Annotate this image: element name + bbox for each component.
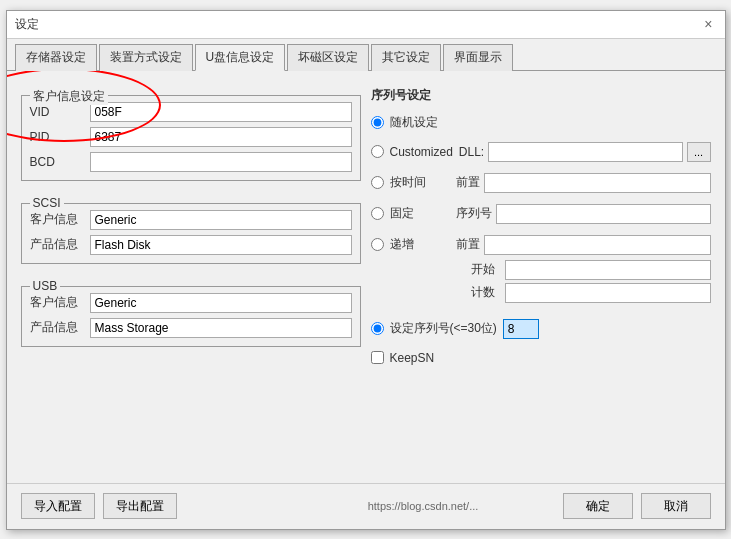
- increment-row: 递增 前置: [371, 235, 711, 255]
- tab-device-settings[interactable]: 装置方式设定: [99, 44, 193, 71]
- usb-product-row: 产品信息: [30, 318, 352, 338]
- close-button[interactable]: ×: [700, 16, 716, 32]
- scsi-product-label: 产品信息: [30, 236, 90, 253]
- keepsn-label: KeepSN: [390, 351, 435, 365]
- random-row: 随机设定: [371, 114, 711, 131]
- tab-udisk-info[interactable]: U盘信息设定: [195, 44, 286, 71]
- usb-product-input[interactable]: [90, 318, 352, 338]
- scsi-product-input[interactable]: [90, 235, 352, 255]
- fixed-row: 固定 序列号: [371, 204, 711, 224]
- time-row: 按时间 前置: [371, 173, 711, 193]
- pid-input[interactable]: [90, 127, 352, 147]
- time-prefix-input[interactable]: [484, 173, 711, 193]
- increment-radio[interactable]: [371, 238, 384, 251]
- vid-input[interactable]: [90, 102, 352, 122]
- tab-other-settings[interactable]: 其它设定: [371, 44, 441, 71]
- random-label: 随机设定: [390, 114, 450, 131]
- time-label: 按时间: [390, 174, 450, 191]
- set-serial-radio[interactable]: [371, 322, 384, 335]
- url-text: https://blog.csdn.net/...: [292, 500, 555, 512]
- fixed-serial-input[interactable]: [496, 204, 711, 224]
- scsi-client-row: 客户信息: [30, 210, 352, 230]
- time-prefix-label: 前置: [456, 174, 480, 191]
- time-radio[interactable]: [371, 176, 384, 189]
- increment-start-label: 开始: [471, 261, 499, 278]
- scsi-product-row: 产品信息: [30, 235, 352, 255]
- increment-prefix-extra: 前置: [456, 235, 711, 255]
- tab-bad-sector[interactable]: 坏磁区设定: [287, 44, 369, 71]
- tab-bar: 存储器设定 装置方式设定 U盘信息设定 坏磁区设定 其它设定 界面显示: [7, 39, 725, 71]
- set-serial-label: 设定序列号(<=30位): [390, 320, 497, 337]
- bcd-label: BCD: [30, 155, 90, 169]
- random-radio[interactable]: [371, 116, 384, 129]
- dll-label: DLL:: [459, 145, 484, 159]
- usb-title: USB: [30, 279, 61, 293]
- customized-extra: DLL: ...: [459, 142, 711, 162]
- increment-sub-fields: 开始 计数: [371, 260, 711, 303]
- main-window: 设定 × 存储器设定 装置方式设定 U盘信息设定 坏磁区设定 其它设定 界面显示…: [6, 10, 726, 530]
- fixed-radio[interactable]: [371, 207, 384, 220]
- title-bar: 设定 ×: [7, 11, 725, 39]
- footer: 导入配置 导出配置 https://blog.csdn.net/... 确定 取…: [7, 483, 725, 529]
- right-panel: 序列号设定 随机设定 Customized DLL: ... 按时间: [371, 81, 711, 473]
- export-config-button[interactable]: 导出配置: [103, 493, 177, 519]
- scsi-client-input[interactable]: [90, 210, 352, 230]
- increment-section: 递增 前置 开始 计数: [371, 235, 711, 307]
- tab-storage-settings[interactable]: 存储器设定: [15, 44, 97, 71]
- import-config-button[interactable]: 导入配置: [21, 493, 95, 519]
- increment-prefix-input[interactable]: [484, 235, 711, 255]
- keepsn-row: KeepSN: [371, 351, 711, 365]
- scsi-client-label: 客户信息: [30, 211, 90, 228]
- fixed-serial-label: 序列号: [456, 205, 492, 222]
- increment-count-row: 计数: [471, 283, 711, 303]
- footer-right: 确定 取消: [563, 493, 711, 519]
- vid-row: VID: [30, 102, 352, 122]
- scsi-group: SCSI 客户信息 产品信息: [21, 203, 361, 264]
- usb-client-input[interactable]: [90, 293, 352, 313]
- usb-group: USB 客户信息 产品信息: [21, 286, 361, 347]
- pid-label: PID: [30, 130, 90, 144]
- pid-row: PID: [30, 127, 352, 147]
- customized-label: Customized: [390, 145, 453, 159]
- cancel-button[interactable]: 取消: [641, 493, 711, 519]
- serial-section-title: 序列号设定: [371, 87, 711, 104]
- client-info-group: 客户信息设定 VID PID BCD: [21, 95, 361, 181]
- increment-prefix-label: 前置: [456, 236, 480, 253]
- fixed-extra: 序列号: [456, 204, 711, 224]
- customized-row: Customized DLL: ...: [371, 142, 711, 162]
- usb-product-label: 产品信息: [30, 319, 90, 336]
- left-panel: 客户信息设定 VID PID BCD SCSI 客户信息: [21, 81, 361, 473]
- dll-browse-button[interactable]: ...: [687, 142, 711, 162]
- main-content: 客户信息设定 VID PID BCD SCSI 客户信息: [7, 71, 725, 483]
- keepsn-checkbox[interactable]: [371, 351, 384, 364]
- window-title: 设定: [15, 16, 39, 33]
- fixed-label: 固定: [390, 205, 450, 222]
- footer-left: 导入配置 导出配置: [21, 493, 284, 519]
- vid-label: VID: [30, 105, 90, 119]
- increment-start-row: 开始: [471, 260, 711, 280]
- bcd-input[interactable]: [90, 152, 352, 172]
- increment-count-input[interactable]: [505, 283, 711, 303]
- time-extra: 前置: [456, 173, 711, 193]
- bcd-row: BCD: [30, 152, 352, 172]
- set-serial-row: 设定序列号(<=30位): [371, 319, 711, 339]
- set-serial-input[interactable]: [503, 319, 539, 339]
- usb-client-row: 客户信息: [30, 293, 352, 313]
- increment-count-label: 计数: [471, 284, 499, 301]
- increment-start-input[interactable]: [505, 260, 711, 280]
- customized-radio[interactable]: [371, 145, 384, 158]
- scsi-title: SCSI: [30, 196, 64, 210]
- increment-label: 递增: [390, 236, 450, 253]
- client-info-title: 客户信息设定: [30, 88, 108, 105]
- tab-ui-display[interactable]: 界面显示: [443, 44, 513, 71]
- ok-button[interactable]: 确定: [563, 493, 633, 519]
- dll-input[interactable]: [488, 142, 682, 162]
- usb-client-label: 客户信息: [30, 294, 90, 311]
